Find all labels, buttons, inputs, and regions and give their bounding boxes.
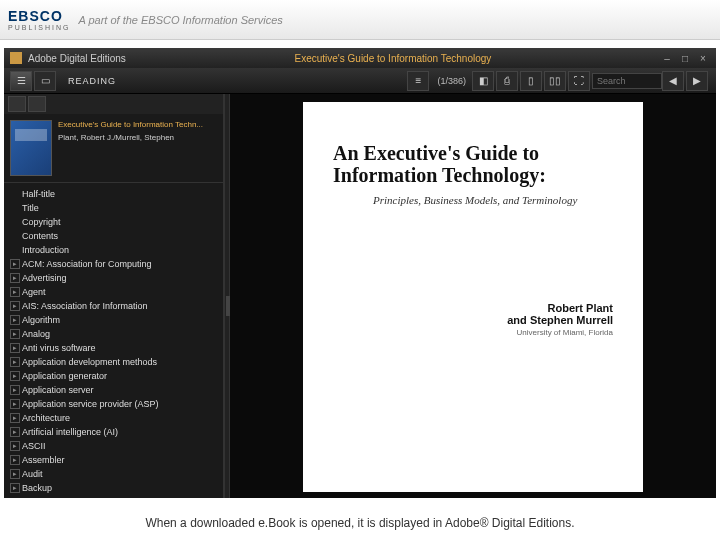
bookmarks-tab[interactable] bbox=[28, 96, 46, 112]
prev-page-button[interactable]: ◀ bbox=[662, 71, 684, 91]
minimize-button[interactable]: – bbox=[660, 52, 674, 64]
sidebar-book-authors: Plant, Robert J./Murrell, Stephen bbox=[58, 133, 217, 142]
mode-label: READING bbox=[68, 76, 116, 86]
tagline: A part of the EBSCO Information Services bbox=[78, 14, 282, 26]
toc-item[interactable]: Agent bbox=[4, 285, 223, 299]
author-1: Robert Plant bbox=[507, 302, 613, 314]
two-page-button[interactable]: ▯▯ bbox=[544, 71, 566, 91]
toc-item[interactable]: Copyright bbox=[4, 215, 223, 229]
slide-caption: When a downloaded e.Book is opened, it i… bbox=[0, 516, 720, 530]
close-button[interactable]: × bbox=[696, 52, 710, 64]
toc-item[interactable]: Half-title bbox=[4, 187, 223, 201]
toc-item[interactable]: Audit bbox=[4, 467, 223, 481]
library-view-button[interactable]: ☰ bbox=[10, 71, 32, 91]
toc-item[interactable]: Anti virus software bbox=[4, 341, 223, 355]
app-icon bbox=[10, 52, 22, 64]
bookmark-button[interactable]: ◧ bbox=[472, 71, 494, 91]
toc-item[interactable]: Analog bbox=[4, 327, 223, 341]
book-meta: Executive's Guide to Information Techn..… bbox=[58, 120, 217, 176]
toc-item[interactable]: Introduction bbox=[4, 243, 223, 257]
page-area[interactable]: An Executive's Guide to Information Tech… bbox=[230, 94, 716, 498]
sidebar-tabs bbox=[4, 94, 223, 114]
author-affiliation: University of Miami, Florida bbox=[507, 328, 613, 337]
book-info: Executive's Guide to Information Techn..… bbox=[4, 114, 223, 183]
table-of-contents: Half-titleTitleCopyrightContentsIntroduc… bbox=[4, 183, 223, 498]
toc-item[interactable]: Application generator bbox=[4, 369, 223, 383]
toc-item[interactable]: Assembler bbox=[4, 453, 223, 467]
toc-item[interactable]: Algorithm bbox=[4, 313, 223, 327]
toc-item[interactable]: Backup bbox=[4, 481, 223, 495]
titlebar: Adobe Digital Editions Executive's Guide… bbox=[4, 48, 716, 68]
toc-item[interactable]: Artificial intelligence (AI) bbox=[4, 425, 223, 439]
logo: EBSCO PUBLISHING bbox=[8, 8, 70, 31]
contents-tab[interactable] bbox=[8, 96, 26, 112]
logo-text: EBSCO bbox=[8, 8, 70, 24]
page-indicator: (1/386) bbox=[437, 76, 466, 86]
page-authors: Robert Plant and Stephen Murrell Univers… bbox=[507, 302, 613, 337]
sidebar: Executive's Guide to Information Techn..… bbox=[4, 94, 224, 498]
sidebar-book-title: Executive's Guide to Information Techn..… bbox=[58, 120, 217, 129]
toc-item[interactable]: Architecture bbox=[4, 411, 223, 425]
toc-item[interactable]: Advertising bbox=[4, 271, 223, 285]
fit-button[interactable]: ⛶ bbox=[568, 71, 590, 91]
resize-handle[interactable] bbox=[226, 296, 230, 316]
reading-view-button[interactable]: ▭ bbox=[34, 71, 56, 91]
single-page-button[interactable]: ▯ bbox=[520, 71, 542, 91]
toc-item[interactable]: AIS: Association for Information bbox=[4, 299, 223, 313]
logo-subtext: PUBLISHING bbox=[8, 24, 70, 31]
window-controls: – □ × bbox=[660, 52, 710, 64]
next-page-button[interactable]: ▶ bbox=[686, 71, 708, 91]
maximize-button[interactable]: □ bbox=[678, 52, 692, 64]
author-2: and Stephen Murrell bbox=[507, 314, 613, 326]
sidebar-divider bbox=[224, 94, 230, 498]
content-area: Executive's Guide to Information Techn..… bbox=[4, 94, 716, 498]
book-page: An Executive's Guide to Information Tech… bbox=[303, 102, 643, 492]
print-button[interactable]: ⎙ bbox=[496, 71, 518, 91]
page-header: EBSCO PUBLISHING A part of the EBSCO Inf… bbox=[0, 0, 720, 40]
toc-item[interactable]: ASCII bbox=[4, 439, 223, 453]
toc-item[interactable]: Application service provider (ASP) bbox=[4, 397, 223, 411]
toolbar: ☰ ▭ READING ≡ (1/386) ◧ ⎙ ▯ ▯▯ ⛶ ◀ ▶ bbox=[4, 68, 716, 94]
toc-item[interactable]: Application development methods bbox=[4, 355, 223, 369]
book-cover bbox=[10, 120, 52, 176]
document-title: Executive's Guide to Information Technol… bbox=[126, 53, 660, 64]
toc-button[interactable]: ≡ bbox=[407, 71, 429, 91]
app-window: Adobe Digital Editions Executive's Guide… bbox=[4, 48, 716, 498]
page-title: An Executive's Guide to Information Tech… bbox=[333, 142, 613, 186]
search-input[interactable] bbox=[592, 73, 662, 89]
toc-item[interactable]: Application server bbox=[4, 383, 223, 397]
app-name: Adobe Digital Editions bbox=[28, 53, 126, 64]
toc-item[interactable]: Title bbox=[4, 201, 223, 215]
page-subtitle: Principles, Business Models, and Termino… bbox=[373, 194, 613, 206]
toc-item[interactable]: Contents bbox=[4, 229, 223, 243]
toc-item[interactable]: ACM: Association for Computing bbox=[4, 257, 223, 271]
